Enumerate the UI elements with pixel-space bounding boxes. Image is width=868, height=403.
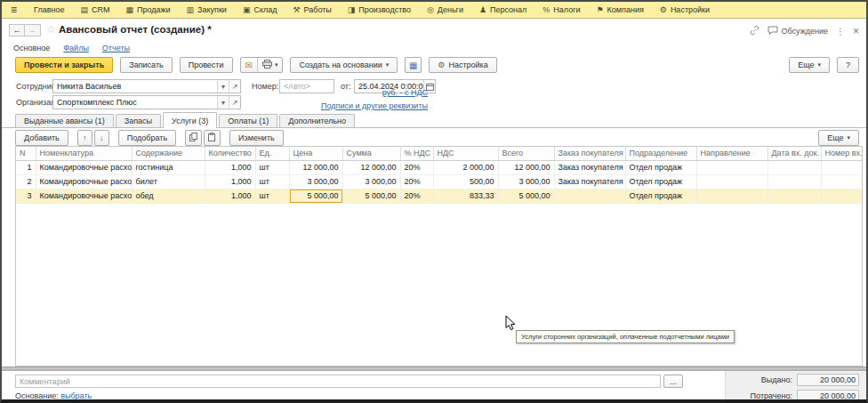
grid-cell[interactable]: шт	[255, 160, 289, 174]
back-button[interactable]: ←	[9, 24, 25, 36]
grid-cell[interactable]: Заказ покупателя Н...	[554, 174, 625, 189]
grid-cell[interactable]: Заказ покупателя Н...	[554, 160, 625, 174]
column-header[interactable]: Дата вх. док.	[768, 147, 821, 160]
grid-cell[interactable]	[768, 174, 821, 189]
grid-cell[interactable]	[821, 174, 863, 189]
column-header[interactable]: Всего	[498, 147, 554, 160]
column-header[interactable]: НДС	[433, 147, 498, 160]
menu-item-settings[interactable]: ⚙Настройки	[652, 2, 718, 18]
copy-link-icon[interactable]	[750, 26, 760, 37]
employee-field[interactable]: Никита Васильев ▾ ↗	[52, 79, 241, 93]
grid-cell[interactable]: обед	[132, 189, 205, 203]
column-header[interactable]: Содержание	[132, 147, 205, 160]
menu-item-purchases[interactable]: ▥Закупки	[179, 2, 235, 18]
hamburger-icon[interactable]: ≡	[11, 4, 17, 16]
post-button[interactable]: Провести	[180, 57, 233, 73]
menu-item-production[interactable]: ◨Производство	[340, 2, 419, 18]
tab-files[interactable]: Файлы	[63, 44, 89, 52]
grid-cell[interactable]	[696, 189, 768, 203]
grid-cell[interactable]: Отдел продаж	[625, 174, 696, 189]
grid-cell[interactable]: 2	[16, 174, 36, 189]
menu-item-main[interactable]: Главное	[26, 2, 72, 18]
forward-button[interactable]: →	[25, 24, 41, 36]
print-button[interactable]: ▾	[257, 58, 283, 72]
column-header[interactable]: Количество	[205, 147, 255, 160]
move-down-button[interactable]: ↓	[94, 130, 109, 146]
grid-cell[interactable]: Командировочные расходы	[36, 160, 132, 174]
copy-rows-button[interactable]	[185, 130, 202, 146]
create-based-on-button[interactable]: Создать на основании ▾	[290, 57, 398, 73]
table-row[interactable]: 2Командировочные расходыбилет1,000шт3 00…	[16, 174, 863, 189]
menu-item-works[interactable]: ⚒Работы	[285, 2, 339, 18]
comment-more-button[interactable]: ...	[663, 375, 683, 388]
grid-cell[interactable]: 20%	[400, 189, 433, 203]
column-header[interactable]: Сумма	[342, 147, 400, 160]
grid-cell[interactable]: 12 000,00	[498, 160, 554, 174]
grid-cell[interactable]: билет	[132, 174, 205, 189]
grid-cell[interactable]	[768, 160, 821, 174]
save-button[interactable]: Записать	[120, 57, 172, 73]
tab-payments[interactable]: Оплаты (1)	[219, 114, 277, 127]
grid-cell[interactable]: 1,000	[205, 174, 255, 189]
grid-cell[interactable]: Отдел продаж	[625, 189, 696, 203]
open-link-icon[interactable]: ↗	[229, 96, 240, 109]
column-header[interactable]: % НДС	[400, 147, 433, 160]
menu-item-company[interactable]: ⚑Компания	[589, 2, 652, 18]
grid-cell[interactable]: 1,000	[205, 160, 255, 174]
basis-link[interactable]: выбрать	[60, 391, 92, 400]
tab-reports[interactable]: Отчеты	[102, 44, 130, 52]
column-header[interactable]: N	[16, 147, 36, 160]
grid-cell[interactable]	[768, 189, 821, 203]
grid-cell[interactable]: 2 000,00	[433, 160, 498, 174]
edit-row-button[interactable]: Изменить	[229, 130, 284, 146]
grid-cell[interactable]: 20%	[400, 174, 433, 189]
grid-cell[interactable]	[554, 189, 625, 203]
post-and-close-button[interactable]: Провести и закрыть	[15, 57, 113, 73]
email-button[interactable]: ✉	[241, 58, 257, 72]
select-dropdown-icon[interactable]: ▾	[217, 96, 229, 109]
related-documents-button[interactable]: ▦	[405, 57, 422, 73]
menu-item-staff[interactable]: ♟Персонал	[471, 2, 534, 18]
column-header[interactable]: Подразделение	[625, 147, 696, 160]
menu-item-warehouse[interactable]: ▣Склад	[235, 2, 285, 18]
tab-additional[interactable]: Дополнительно	[279, 114, 355, 127]
table-row[interactable]: 1Командировочные расходыгостиница1,000шт…	[16, 160, 863, 174]
column-header[interactable]: Номер вх. д...	[821, 147, 863, 160]
organization-field[interactable]: Спорткомплекс Плюс ▾ ↗	[52, 95, 241, 109]
grid-cell[interactable]: 3 000,00	[342, 174, 400, 189]
column-header[interactable]: Ед.	[255, 147, 289, 160]
move-up-button[interactable]: ↑	[77, 130, 92, 146]
grid-more-button[interactable]: Еще ▾	[818, 130, 859, 146]
grid-cell[interactable]: 3 000,00	[289, 174, 342, 189]
tab-stock[interactable]: Запасы	[116, 114, 161, 127]
add-row-button[interactable]: Добавить	[15, 130, 68, 146]
grid-cell[interactable]: 20%	[400, 160, 433, 174]
settings-button[interactable]: ⚙ Настройка	[429, 57, 496, 73]
menu-item-money[interactable]: ◎Деньги	[419, 2, 471, 18]
select-dropdown-icon[interactable]: ▾	[217, 80, 229, 93]
comment-input[interactable]	[15, 375, 661, 388]
menu-item-sales[interactable]: ▦Продажи	[117, 2, 178, 18]
grid-cell[interactable]: шт	[255, 174, 289, 189]
more-button[interactable]: Еще ▾	[789, 57, 830, 73]
menu-item-taxes[interactable]: %Налоги	[534, 2, 588, 18]
grid-cell[interactable]: 3	[16, 189, 36, 203]
favorite-star-icon[interactable]: ☆	[46, 23, 56, 36]
grid-cell[interactable]: Командировочные расходы	[36, 189, 132, 203]
grid-cell[interactable]: шт	[255, 189, 289, 203]
table-row[interactable]: 3Командировочные расходыобед1,000шт5 000…	[16, 189, 863, 203]
grid-cell[interactable]: 12 000,00	[342, 160, 400, 174]
grid-cell[interactable]: 5 000,00	[342, 189, 400, 203]
grid-cell[interactable]	[821, 160, 863, 174]
grid-cell[interactable]: 1,000	[205, 189, 255, 203]
currency-link[interactable]: руб. - с НДС	[382, 88, 428, 97]
grid-cell[interactable]: 3 000,00	[498, 174, 554, 189]
open-link-icon[interactable]: ↗	[229, 80, 240, 93]
grid-cell[interactable]: 500,00	[433, 174, 498, 189]
grid-cell[interactable]	[696, 160, 768, 174]
grid-cell[interactable]: 833,33	[433, 189, 498, 203]
grid-cell[interactable]: 12 000,00	[289, 160, 342, 174]
grid-cell[interactable]: гостиница	[132, 160, 205, 174]
close-icon[interactable]: ×	[853, 25, 859, 37]
signatures-link[interactable]: Подписи и другие реквизиты	[321, 101, 428, 110]
